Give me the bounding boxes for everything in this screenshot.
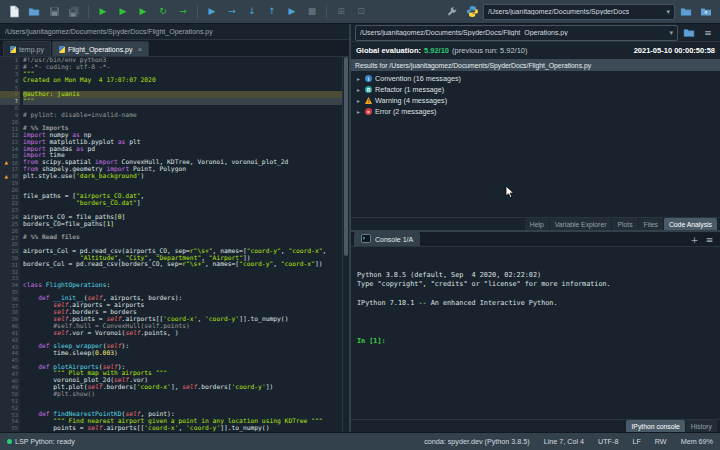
debug-continue-button[interactable]: ▶ bbox=[283, 3, 301, 21]
error-icon: × bbox=[365, 108, 372, 115]
editor-tab[interactable]: Flight_Operations.py× bbox=[52, 41, 149, 56]
code-line[interactable] bbox=[23, 180, 342, 187]
code-line[interactable]: """ bbox=[23, 98, 342, 105]
analysis-browse-button[interactable] bbox=[681, 25, 697, 40]
lsp-status-label: LSP Python: ready bbox=[15, 437, 75, 446]
save-icon bbox=[49, 6, 60, 17]
code-line[interactable]: "borders_CO.dat"] bbox=[23, 200, 342, 207]
analysis-item-error[interactable]: ▸×Error (2 messages) bbox=[351, 106, 720, 117]
code-line[interactable]: time.sleep(0.003) bbox=[23, 350, 342, 357]
code-line[interactable]: #plt.show() bbox=[23, 391, 342, 398]
chevron-right-icon[interactable]: ▸ bbox=[357, 97, 362, 104]
run-cell-advance-button[interactable]: ▶ bbox=[134, 3, 152, 21]
rerun-cell-button[interactable]: ↻ bbox=[154, 3, 172, 21]
maximize-pane-button[interactable]: ⊞ bbox=[332, 3, 350, 21]
tab-ipython-console[interactable]: IPython console bbox=[626, 420, 684, 432]
encoding-status: UTF-8 bbox=[598, 437, 618, 446]
global-evaluation-row: Global evaluation: 5.92/10 (previous run… bbox=[351, 42, 720, 59]
chevron-right-icon[interactable]: ▸ bbox=[357, 75, 362, 82]
analysis-file-combo[interactable]: /Users/juanitagomez/Documents/SpyderDocs… bbox=[355, 25, 678, 41]
console-options-button[interactable]: ≡ bbox=[702, 233, 717, 246]
code-line[interactable]: borders_CO=file_paths[1] bbox=[23, 221, 342, 228]
python-file-icon bbox=[59, 46, 65, 53]
code-line[interactable]: class FlightOperations: bbox=[23, 282, 342, 289]
code-line[interactable]: Created on Mon May 4 17:07:07 2020 bbox=[23, 77, 342, 84]
save-all-icon bbox=[68, 6, 80, 18]
tab-code-analysis[interactable]: Code Analysis bbox=[664, 218, 717, 230]
gutter-line-number: 19 bbox=[0, 180, 20, 187]
close-tab-icon[interactable]: × bbox=[138, 45, 143, 54]
code-line[interactable]: borders_Col = pd.read_csv(borders_CO, se… bbox=[23, 261, 342, 268]
save-all-button[interactable] bbox=[65, 3, 83, 21]
console-line: IPython 7.18.1 -- An enhanced Interactiv… bbox=[357, 299, 714, 308]
step-over-button[interactable]: → bbox=[223, 3, 241, 21]
step-out-button[interactable]: ↑ bbox=[263, 3, 281, 21]
code-line[interactable]: import pandas as pd bbox=[23, 146, 342, 153]
save-button[interactable] bbox=[45, 3, 63, 21]
run-cell-button[interactable]: ▶ bbox=[114, 3, 132, 21]
gutter-line-number: 36 bbox=[0, 295, 20, 302]
editor[interactable]: 123456789101112131415▲1617▲1819202122232… bbox=[0, 57, 349, 432]
editor-tab[interactable]: temp.py bbox=[3, 41, 51, 56]
console-bottom-tabbar: IPython consoleHistory bbox=[351, 419, 720, 432]
open-file-button[interactable] bbox=[25, 3, 43, 21]
fullscreen-button[interactable]: ⊡ bbox=[352, 3, 370, 21]
code-line[interactable]: points = self.airports[['coord-x', 'coor… bbox=[23, 425, 342, 432]
gutter-line-number: 54 bbox=[0, 418, 20, 425]
chevron-right-icon[interactable]: ▸ bbox=[357, 108, 362, 115]
parent-directory-button[interactable] bbox=[697, 3, 715, 21]
dropdown-arrow-icon[interactable]: ▾ bbox=[665, 29, 673, 37]
run-selection-button[interactable]: → bbox=[174, 3, 192, 21]
new-console-button[interactable]: + bbox=[687, 233, 702, 246]
code-line[interactable]: # %% Read files bbox=[23, 234, 342, 241]
step-into-button[interactable]: ↓ bbox=[243, 3, 261, 21]
code-line[interactable]: # pylint: disable=invalid-name bbox=[23, 112, 342, 119]
analysis-item-convention[interactable]: ▸iConvention (16 messages) bbox=[351, 73, 720, 84]
gutter-line-number: 26 bbox=[0, 227, 20, 234]
main-area: /Users/juanitagomez/Documents/SpyderDocs… bbox=[0, 24, 720, 432]
python-path-manager-button[interactable] bbox=[463, 3, 481, 21]
code-line[interactable] bbox=[23, 268, 342, 275]
gutter-line-number: 49 bbox=[0, 384, 20, 391]
gutter-line-number: 39 bbox=[0, 316, 20, 323]
debug-file-button[interactable]: ▶ bbox=[203, 3, 221, 21]
code-line[interactable]: self.vor = Voronoi(self.points, ) bbox=[23, 330, 342, 337]
gutter-line-number: 45 bbox=[0, 357, 20, 364]
run-file-button[interactable]: ▶ bbox=[94, 3, 112, 21]
code-line[interactable]: # -*- coding: utf-8 -*- bbox=[23, 64, 342, 71]
code-line[interactable]: plt.style.use('dark_background') bbox=[23, 173, 342, 180]
analysis-options-button[interactable]: ≡ bbox=[700, 25, 716, 40]
gutter-line-number: 27 bbox=[0, 234, 20, 241]
tab-history[interactable]: History bbox=[686, 420, 717, 432]
analysis-item-refactor[interactable]: ▸RRefactor (1 message) bbox=[351, 84, 720, 95]
analysis-tabbar: HelpVariable ExplorerPlotsFilesCode Anal… bbox=[351, 217, 720, 230]
editor-scrollbar[interactable] bbox=[342, 57, 349, 432]
gutter-line-number: 35 bbox=[0, 289, 20, 296]
console-tab[interactable]: Console 1/A bbox=[354, 232, 420, 246]
editor-code[interactable]: #!/usr/bin/env python3# -*- coding: utf-… bbox=[20, 57, 342, 432]
working-directory-combo[interactable]: /Users/juanitagomez/Documents/SpyderDocs… bbox=[483, 4, 675, 20]
browse-directory-button[interactable] bbox=[677, 3, 695, 21]
code-analysis-pane: /Users/juanitagomez/Documents/SpyderDocs… bbox=[351, 24, 720, 230]
tab-variable-explorer[interactable]: Variable Explorer bbox=[550, 218, 612, 230]
debug-stop-button[interactable]: ■ bbox=[303, 3, 321, 21]
gutter-line-number: 21 bbox=[0, 193, 20, 200]
code-line[interactable] bbox=[23, 118, 342, 125]
tab-help[interactable]: Help bbox=[525, 218, 549, 230]
chevron-right-icon[interactable]: ▸ bbox=[357, 86, 362, 93]
console-output[interactable]: Python 3.8.5 (default, Sep 4 2020, 02:22… bbox=[351, 247, 720, 419]
new-file-button[interactable] bbox=[5, 3, 23, 21]
code-line[interactable] bbox=[23, 398, 342, 405]
console-lines: Python 3.8.5 (default, Sep 4 2020, 02:22… bbox=[357, 271, 714, 318]
editor-tabbar: temp.pyFlight_Operations.py× bbox=[0, 40, 349, 57]
tab-plots[interactable]: Plots bbox=[612, 218, 637, 230]
new-file-icon bbox=[9, 5, 20, 18]
interpreter-status[interactable]: conda: spyder.dev (Python 3.8.5) bbox=[424, 437, 529, 446]
dropdown-arrow-icon[interactable]: ▾ bbox=[662, 8, 670, 16]
analysis-item-warning[interactable]: ▸!Warning (4 messages) bbox=[351, 95, 720, 106]
console-prompt-line[interactable]: In [1]: bbox=[357, 337, 714, 346]
scrollbar-thumb[interactable] bbox=[344, 57, 348, 256]
preferences-button[interactable] bbox=[443, 3, 461, 21]
tab-files[interactable]: Files bbox=[639, 218, 663, 230]
code-line[interactable]: @author: juanis bbox=[23, 91, 342, 98]
